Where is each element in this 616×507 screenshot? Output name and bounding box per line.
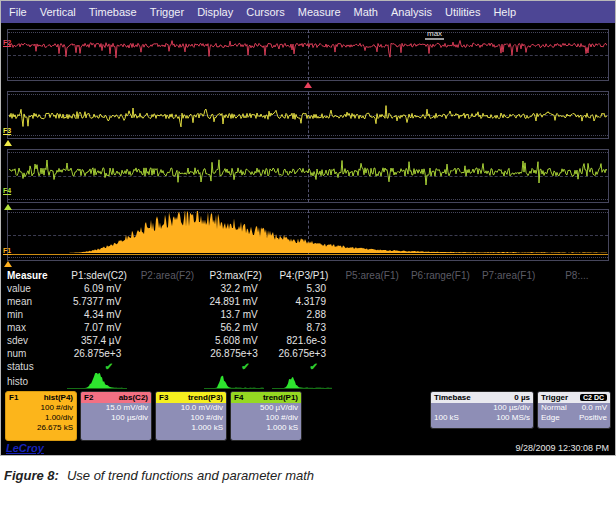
p3-mean: 24.891 mV <box>202 296 270 307</box>
p3-value: 32.2 mV <box>202 283 270 294</box>
timebase-title: Timebase <box>434 393 471 402</box>
timestamp: 9/28/2009 12:30:08 PM <box>515 443 609 453</box>
p1-max: 7.07 mV <box>65 322 133 333</box>
trigger-level: 0.0 mV <box>582 403 607 413</box>
p3-num: 26.875e+3 <box>202 348 270 359</box>
f1-samples: 26.675 kS <box>6 423 76 433</box>
grid-f1-histogram <box>7 209 609 261</box>
p3-sdev: 5.608 mV <box>202 335 270 346</box>
f4-offset-marker-icon[interactable] <box>4 204 12 210</box>
param-header-p3[interactable]: P3:max(F2) <box>202 270 270 281</box>
timebase-tdiv: 100 µs/div <box>493 403 530 413</box>
menu-measure[interactable]: Measure <box>298 6 341 18</box>
grid-f4 <box>7 149 609 203</box>
measure-table: Measure P1:sdev(C2) P2:area(F2) P3:max(F… <box>1 267 615 389</box>
menu-help[interactable]: Help <box>493 6 516 18</box>
f3-offset-marker-icon[interactable] <box>4 140 12 146</box>
trigger-mode: Normal <box>541 403 567 413</box>
menu-bar: File Vertical Timebase Trigger Display C… <box>1 1 615 23</box>
descriptor-f1[interactable]: F1 hist(P4) 100 #/div 1.00/div 26.675 kS <box>5 391 77 441</box>
p1-sdev: 357.4 µV <box>65 335 133 346</box>
p1-status-check-icon: ✔ <box>65 361 133 372</box>
f1-offset-marker-icon[interactable] <box>4 261 12 267</box>
waveform-display: max F2 F3 F4 F1 <box>1 23 615 267</box>
grid-f2 <box>7 29 609 81</box>
p4-histicon <box>272 373 332 390</box>
scope-footer: LeCroy 9/28/2009 12:30:08 PM <box>1 441 615 454</box>
p3-histicon <box>204 373 264 390</box>
measure-title: Measure <box>7 270 65 281</box>
menu-display[interactable]: Display <box>197 6 233 18</box>
max-annotation: max <box>425 29 444 40</box>
menu-analysis[interactable]: Analysis <box>391 6 432 18</box>
lecroy-logo: LeCroy <box>6 442 44 454</box>
param-header-p5[interactable]: P5:area(F1) <box>338 270 406 281</box>
trigger-source-badge: C2 DC <box>580 394 607 401</box>
param-header-p7[interactable]: P7:area(F1) <box>475 270 543 281</box>
param-header-p2[interactable]: P2:area(F2) <box>133 270 201 281</box>
p4-value: 5.30 <box>270 283 338 294</box>
p3-status-check-icon: ✔ <box>202 361 270 372</box>
p1-num: 26.875e+3 <box>65 348 133 359</box>
trace-f3 <box>9 93 607 137</box>
trace-label-f4: F4 <box>3 187 11 194</box>
f1-vdiv: 1.00/div <box>6 413 76 423</box>
p4-status-check-icon: ✔ <box>270 361 338 372</box>
f3-id: F3 <box>159 393 168 402</box>
param-header-p1[interactable]: P1:sdev(C2) <box>65 270 133 281</box>
timebase-samples: 100 kS <box>434 413 459 423</box>
f4-id: F4 <box>234 393 243 402</box>
f2-tdiv: 100 µs/div <box>81 413 151 423</box>
figure-caption: Figure 8:Use of trend functions and para… <box>4 468 314 483</box>
p4-max: 8.73 <box>270 322 338 333</box>
f4-vdiv: 500 µV/div <box>231 403 301 413</box>
p1-min: 4.34 mV <box>65 309 133 320</box>
grid-f3 <box>7 91 609 139</box>
trigger-box[interactable]: Trigger C2 DC Normal 0.0 mV Edge Positiv… <box>537 391 611 429</box>
row-label: histo <box>7 376 65 387</box>
f4-hdiv: 100 #/div <box>231 413 301 423</box>
p3-min: 13.7 mV <box>202 309 270 320</box>
menu-trigger[interactable]: Trigger <box>150 6 184 18</box>
param-header-p6[interactable]: P6:range(F1) <box>406 270 474 281</box>
descriptor-f3[interactable]: F3 trend(P3) 10.0 mV/div 100 #/div 1.000… <box>155 391 227 441</box>
menu-vertical[interactable]: Vertical <box>40 6 76 18</box>
f3-samples: 1.000 kS <box>156 423 226 433</box>
trigger-marker-icon[interactable] <box>304 82 312 88</box>
f2-function: abs(C2) <box>119 393 148 402</box>
p4-mean: 4.3179 <box>270 296 338 307</box>
menu-math[interactable]: Math <box>354 6 378 18</box>
menu-utilities[interactable]: Utilities <box>445 6 480 18</box>
timebase-delay: 0 µs <box>514 393 530 402</box>
menu-timebase[interactable]: Timebase <box>89 6 137 18</box>
row-label: value <box>7 283 65 294</box>
p1-mean: 5.7377 mV <box>65 296 133 307</box>
descriptor-f4[interactable]: F4 trend(P1) 500 µV/div 100 #/div 1.000 … <box>230 391 302 441</box>
measure-row-histo: histo <box>7 372 611 391</box>
measure-row-mean: mean 5.7377 mV 24.891 mV 4.3179 <box>7 295 611 308</box>
f1-function: hist(P4) <box>44 393 73 402</box>
row-label: num <box>7 348 65 359</box>
f3-hdiv: 100 #/div <box>156 413 226 423</box>
oscilloscope-screenshot: File Vertical Timebase Trigger Display C… <box>0 0 616 456</box>
f4-samples: 1.000 kS <box>231 423 301 433</box>
f3-function: trend(P3) <box>188 393 223 402</box>
param-header-p4[interactable]: P4:(P3/P1) <box>270 270 338 281</box>
param-header-p8[interactable]: P8:... <box>543 270 611 281</box>
p4-num: 26.675e+3 <box>270 348 338 359</box>
timebase-box[interactable]: Timebase 0 µs 100 µs/div 100 kS 100 MS/s <box>430 391 534 429</box>
row-label: status <box>7 361 65 372</box>
f1-scale: 100 #/div <box>6 403 76 413</box>
document-page: File Vertical Timebase Trigger Display C… <box>0 0 616 507</box>
p4-sdev: 821.6e-3 <box>270 335 338 346</box>
row-label: sdev <box>7 335 65 346</box>
menu-cursors[interactable]: Cursors <box>246 6 285 18</box>
descriptor-f2[interactable]: F2 abs(C2) 15.0 mV/div 100 µs/div <box>80 391 152 441</box>
trigger-title: Trigger <box>541 393 568 402</box>
menu-file[interactable]: File <box>9 6 27 18</box>
f3-vdiv: 10.0 mV/div <box>156 403 226 413</box>
row-label: mean <box>7 296 65 307</box>
trace-label-f2: F2 <box>3 39 11 46</box>
measure-row-max: max 7.07 mV 56.2 mV 8.73 <box>7 321 611 334</box>
f2-vdiv: 15.0 mV/div <box>81 403 151 413</box>
